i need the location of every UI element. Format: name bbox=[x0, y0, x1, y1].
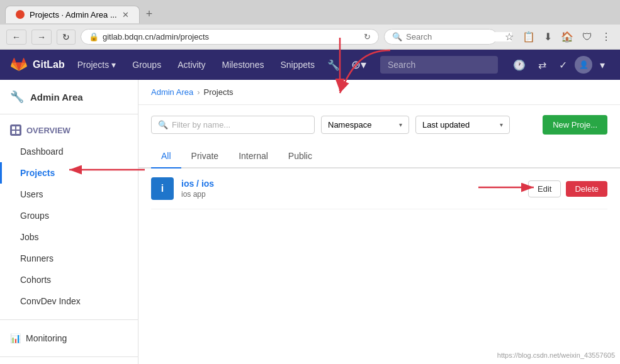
overview-section-label: Overview bbox=[26, 126, 70, 135]
lock-icon: 🔒 bbox=[89, 32, 99, 41]
tab-title: Projects · Admin Area ... bbox=[30, 10, 117, 19]
filter-input-wrapper[interactable]: 🔍 bbox=[151, 116, 315, 134]
sidebar: 🔧 Admin Area Overview Dashboard Projects… bbox=[0, 80, 138, 364]
monitoring-label: Monitoring bbox=[26, 333, 67, 343]
sidebar-item-cohorts[interactable]: Cohorts bbox=[0, 269, 138, 290]
sidebar-item-monitoring[interactable]: 📊 Monitoring bbox=[0, 328, 138, 349]
merge-icon-btn[interactable]: ⇄ bbox=[533, 54, 551, 76]
nav-search-container[interactable] bbox=[380, 56, 498, 74]
download-icon[interactable]: ⬇ bbox=[541, 28, 555, 45]
gitlab-navbar: GitLab Projects ▾ Groups Activity Milest… bbox=[0, 50, 620, 80]
wrench-icon-btn[interactable]: 🔧 bbox=[322, 54, 345, 76]
browser-toolbar: ← → ↻ 🔒 gitlab.bdqn.cn/admin/projects ↻ … bbox=[0, 25, 620, 49]
sidebar-item-users[interactable]: Users bbox=[0, 184, 138, 205]
nav-projects[interactable]: Projects ▾ bbox=[70, 50, 124, 80]
svg-rect-3 bbox=[16, 131, 20, 134]
last-updated-select[interactable]: Last updated ▾ bbox=[415, 116, 510, 134]
watermark: https://blog.csdn.net/weixin_43557605 bbox=[497, 351, 615, 359]
page-wrapper: Projects · Admin Area ... ✕ + ← → ↻ 🔒 gi… bbox=[0, 0, 620, 364]
plus-dropdown-arrow: ▾ bbox=[361, 58, 366, 72]
nav-snippets[interactable]: Snippets bbox=[273, 50, 322, 80]
avatar-dropdown-arrow[interactable]: ▾ bbox=[595, 54, 610, 76]
reload-small-icon: ↻ bbox=[364, 32, 371, 41]
svg-rect-1 bbox=[16, 126, 20, 130]
sidebar-admin-title: Admin Area bbox=[30, 92, 83, 102]
project-name: ios / ios bbox=[181, 179, 521, 189]
browser-toolbar-icons: ☆ 📋 ⬇ 🏠 🛡 ⋮ bbox=[502, 28, 614, 45]
namespace-dropdown-arrow: ▾ bbox=[399, 121, 402, 128]
project-actions: Edit Delete bbox=[528, 180, 607, 197]
address-bar[interactable]: 🔒 gitlab.bdqn.cn/admin/projects ↻ bbox=[81, 29, 379, 45]
browser-search-bar[interactable]: 🔍 bbox=[384, 29, 497, 45]
admin-wrench-icon: 🔧 bbox=[10, 90, 24, 104]
nav-search-input[interactable] bbox=[380, 56, 498, 74]
plus-icon: ⊕ bbox=[351, 58, 361, 72]
last-updated-label: Last updated bbox=[422, 120, 470, 130]
namespace-select[interactable]: Namespace ▾ bbox=[321, 116, 409, 134]
breadcrumb-admin-link[interactable]: Admin Area bbox=[151, 87, 193, 97]
sidebar-item-convdev[interactable]: ConvDev Index bbox=[0, 290, 138, 312]
edit-project-button[interactable]: Edit bbox=[528, 180, 561, 197]
nav-activity[interactable]: Activity bbox=[170, 50, 213, 80]
nav-groups[interactable]: Groups bbox=[125, 50, 169, 80]
gitlab-logo-icon bbox=[10, 56, 28, 74]
user-avatar[interactable]: 👤 bbox=[575, 56, 592, 74]
collapse-sidebar-btn[interactable]: ◀ Collapse sidebar bbox=[0, 360, 138, 364]
sidebar-bottom: 📊 Monitoring bbox=[0, 323, 138, 354]
new-project-button[interactable]: New Proje... bbox=[543, 115, 607, 135]
gitlab-logo-text: GitLab bbox=[33, 59, 65, 70]
reload-btn[interactable]: ↻ bbox=[57, 30, 76, 45]
last-updated-dropdown-arrow: ▾ bbox=[500, 121, 503, 128]
overview-grid-icon bbox=[10, 124, 21, 136]
clock-icon-btn[interactable]: 🕐 bbox=[508, 54, 531, 76]
svg-rect-2 bbox=[12, 131, 15, 134]
sidebar-divider-2 bbox=[0, 356, 138, 357]
svg-rect-0 bbox=[12, 126, 15, 130]
project-avatar: i bbox=[151, 177, 174, 200]
namespace-label: Namespace bbox=[328, 120, 371, 130]
nav-right-icons: 🔧 ⊕ ▾ bbox=[322, 53, 370, 77]
tab-close-btn[interactable]: ✕ bbox=[122, 10, 129, 19]
tab-internal[interactable]: Internal bbox=[228, 145, 278, 168]
tab-private[interactable]: Private bbox=[181, 145, 229, 168]
address-text: gitlab.bdqn.cn/admin/projects bbox=[103, 32, 209, 41]
sidebar-overview-section: Overview Dashboard Projects Users Groups… bbox=[0, 114, 138, 317]
projects-dropdown-arrow: ▾ bbox=[111, 60, 116, 70]
sidebar-item-projects[interactable]: Projects bbox=[0, 162, 138, 184]
breadcrumb: Admin Area › Projects bbox=[138, 80, 620, 105]
delete-project-button[interactable]: Delete bbox=[566, 181, 607, 197]
forward-btn[interactable]: → bbox=[31, 30, 52, 45]
home-icon[interactable]: 🏠 bbox=[558, 28, 576, 45]
sidebar-item-jobs[interactable]: Jobs bbox=[0, 226, 138, 248]
sidebar-item-groups[interactable]: Groups bbox=[0, 205, 138, 226]
browser-search-input[interactable] bbox=[406, 32, 512, 41]
sidebar-item-dashboard[interactable]: Dashboard bbox=[0, 141, 138, 162]
search-input-icon: 🔍 bbox=[158, 120, 168, 130]
reading-list-icon[interactable]: 📋 bbox=[520, 28, 538, 45]
gitlab-logo[interactable]: GitLab bbox=[10, 56, 65, 74]
bookmark-icon[interactable]: ☆ bbox=[502, 28, 516, 45]
project-info: ios / ios ios app bbox=[181, 179, 521, 199]
breadcrumb-current: Projects bbox=[204, 87, 234, 97]
nav-milestones[interactable]: Milestones bbox=[215, 50, 272, 80]
plus-dropdown-btn[interactable]: ⊕ ▾ bbox=[347, 53, 370, 77]
browser-chrome: Projects · Admin Area ... ✕ + ← → ↻ 🔒 gi… bbox=[0, 0, 620, 50]
nav-right-icons-2: 🕐 ⇄ ✓ 👤 ▾ bbox=[508, 54, 610, 76]
filter-by-name-input[interactable] bbox=[172, 120, 308, 130]
project-description: ios app bbox=[181, 190, 521, 199]
shield-icon[interactable]: 🛡 bbox=[580, 29, 595, 45]
active-tab[interactable]: Projects · Admin Area ... ✕ bbox=[5, 6, 140, 23]
menu-icon[interactable]: ⋮ bbox=[599, 28, 614, 45]
nav-links: Projects ▾ Groups Activity Milestones Sn… bbox=[70, 50, 322, 80]
tab-public[interactable]: Public bbox=[278, 145, 322, 168]
back-btn[interactable]: ← bbox=[6, 30, 26, 45]
check-icon-btn[interactable]: ✓ bbox=[554, 54, 572, 76]
main-layout: 🔧 Admin Area Overview Dashboard Projects… bbox=[0, 80, 620, 364]
sidebar-section-header: Overview bbox=[0, 119, 138, 141]
tab-all[interactable]: All bbox=[151, 145, 181, 168]
search-small-icon: 🔍 bbox=[392, 32, 402, 41]
table-row: i ios / ios ios app Edit Delete bbox=[151, 168, 607, 209]
new-tab-btn[interactable]: + bbox=[140, 4, 159, 25]
sidebar-item-runners[interactable]: Runners bbox=[0, 248, 138, 269]
projects-toolbar: 🔍 Namespace ▾ Last updated ▾ New Proje..… bbox=[138, 105, 620, 145]
